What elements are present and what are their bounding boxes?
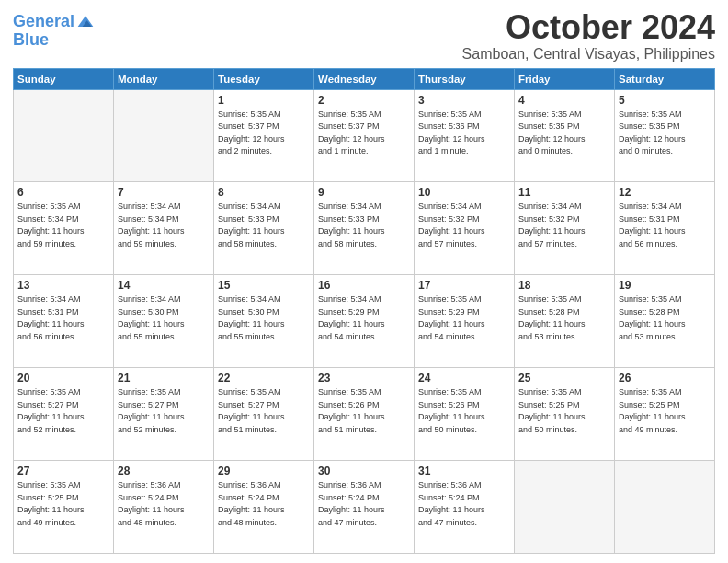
calendar-cell: 7Sunrise: 5:34 AM Sunset: 5:34 PM Daylig…	[114, 182, 214, 275]
week-row-4: 20Sunrise: 5:35 AM Sunset: 5:27 PM Dayli…	[14, 368, 715, 461]
day-info: Sunrise: 5:35 AM Sunset: 5:35 PM Dayligh…	[619, 109, 711, 158]
calendar-cell: 11Sunrise: 5:34 AM Sunset: 5:32 PM Dayli…	[515, 182, 615, 275]
day-info: Sunrise: 5:34 AM Sunset: 5:29 PM Dayligh…	[318, 293, 410, 343]
calendar-cell: 15Sunrise: 5:34 AM Sunset: 5:30 PM Dayli…	[214, 275, 314, 368]
week-row-2: 6Sunrise: 5:35 AM Sunset: 5:34 PM Daylig…	[14, 182, 715, 275]
day-info: Sunrise: 5:35 AM Sunset: 5:25 PM Dayligh…	[518, 386, 610, 436]
day-number: 13	[17, 279, 109, 292]
day-number: 5	[619, 94, 711, 107]
calendar-header-saturday: Saturday	[615, 68, 715, 89]
day-info: Sunrise: 5:35 AM Sunset: 5:27 PM Dayligh…	[17, 386, 109, 436]
day-info: Sunrise: 5:34 AM Sunset: 5:33 PM Dayligh…	[218, 201, 310, 250]
day-number: 24	[418, 372, 510, 385]
day-number: 18	[518, 279, 610, 292]
calendar-cell: 24Sunrise: 5:35 AM Sunset: 5:26 PM Dayli…	[415, 368, 515, 461]
day-number: 17	[418, 279, 510, 292]
day-number: 19	[619, 279, 711, 292]
calendar-cell: 16Sunrise: 5:34 AM Sunset: 5:29 PM Dayli…	[314, 275, 415, 368]
day-number: 15	[218, 279, 310, 292]
day-number: 7	[118, 186, 210, 199]
logo-subtext: Blue	[13, 31, 95, 50]
day-info: Sunrise: 5:34 AM Sunset: 5:30 PM Dayligh…	[218, 293, 310, 343]
day-number: 29	[218, 465, 310, 477]
day-number: 10	[418, 186, 510, 199]
location-title: Samboan, Central Visayas, Philippines	[462, 46, 715, 63]
calendar-cell: 19Sunrise: 5:35 AM Sunset: 5:28 PM Dayli…	[615, 275, 715, 368]
day-info: Sunrise: 5:35 AM Sunset: 5:37 PM Dayligh…	[218, 109, 310, 158]
day-info: Sunrise: 5:35 AM Sunset: 5:29 PM Dayligh…	[418, 293, 510, 343]
title-section: October 2024 Samboan, Central Visayas, P…	[462, 9, 715, 63]
calendar-cell: 22Sunrise: 5:35 AM Sunset: 5:27 PM Dayli…	[214, 368, 314, 461]
day-number: 30	[318, 465, 410, 477]
page: General Blue October 2024 Samboan, Centr…	[0, 0, 728, 563]
day-number: 26	[619, 372, 711, 385]
calendar-cell: 29Sunrise: 5:36 AM Sunset: 5:24 PM Dayli…	[214, 461, 314, 554]
calendar-cell: 21Sunrise: 5:35 AM Sunset: 5:27 PM Dayli…	[114, 368, 214, 461]
day-info: Sunrise: 5:35 AM Sunset: 5:27 PM Dayligh…	[118, 386, 210, 436]
day-number: 8	[218, 186, 310, 199]
calendar-table: SundayMondayTuesdayWednesdayThursdayFrid…	[13, 68, 715, 554]
day-info: Sunrise: 5:35 AM Sunset: 5:26 PM Dayligh…	[418, 386, 510, 436]
day-info: Sunrise: 5:35 AM Sunset: 5:27 PM Dayligh…	[218, 386, 310, 436]
day-number: 28	[118, 465, 210, 477]
calendar-cell	[515, 461, 615, 554]
logo-text: General	[13, 13, 74, 31]
day-info: Sunrise: 5:36 AM Sunset: 5:24 PM Dayligh…	[218, 479, 310, 529]
calendar-cell: 5Sunrise: 5:35 AM Sunset: 5:35 PM Daylig…	[615, 89, 715, 182]
calendar-header-row: SundayMondayTuesdayWednesdayThursdayFrid…	[14, 68, 715, 89]
calendar-cell: 27Sunrise: 5:35 AM Sunset: 5:25 PM Dayli…	[14, 461, 114, 554]
day-number: 3	[418, 94, 510, 107]
day-number: 22	[218, 372, 310, 385]
calendar-cell: 6Sunrise: 5:35 AM Sunset: 5:34 PM Daylig…	[14, 182, 114, 275]
calendar-header-tuesday: Tuesday	[214, 68, 314, 89]
calendar-cell: 1Sunrise: 5:35 AM Sunset: 5:37 PM Daylig…	[214, 89, 314, 182]
day-number: 31	[418, 465, 510, 477]
day-info: Sunrise: 5:36 AM Sunset: 5:24 PM Dayligh…	[118, 479, 210, 529]
day-number: 23	[318, 372, 410, 385]
calendar-cell	[114, 89, 214, 182]
calendar-cell: 23Sunrise: 5:35 AM Sunset: 5:26 PM Dayli…	[314, 368, 415, 461]
calendar-cell	[14, 89, 114, 182]
logo-icon	[76, 13, 95, 31]
day-info: Sunrise: 5:34 AM Sunset: 5:30 PM Dayligh…	[118, 293, 210, 343]
day-number: 1	[218, 94, 310, 107]
calendar-cell: 12Sunrise: 5:34 AM Sunset: 5:31 PM Dayli…	[615, 182, 715, 275]
day-info: Sunrise: 5:36 AM Sunset: 5:24 PM Dayligh…	[418, 479, 510, 529]
day-info: Sunrise: 5:34 AM Sunset: 5:31 PM Dayligh…	[17, 293, 109, 343]
day-number: 9	[318, 186, 410, 199]
day-info: Sunrise: 5:35 AM Sunset: 5:34 PM Dayligh…	[17, 201, 109, 250]
calendar-cell: 26Sunrise: 5:35 AM Sunset: 5:25 PM Dayli…	[615, 368, 715, 461]
day-info: Sunrise: 5:35 AM Sunset: 5:37 PM Dayligh…	[318, 109, 410, 158]
day-number: 25	[518, 372, 610, 385]
week-row-3: 13Sunrise: 5:34 AM Sunset: 5:31 PM Dayli…	[14, 275, 715, 368]
calendar-header-friday: Friday	[515, 68, 615, 89]
day-info: Sunrise: 5:34 AM Sunset: 5:32 PM Dayligh…	[518, 201, 610, 250]
day-info: Sunrise: 5:36 AM Sunset: 5:24 PM Dayligh…	[318, 479, 410, 529]
day-info: Sunrise: 5:34 AM Sunset: 5:32 PM Dayligh…	[418, 201, 510, 250]
day-info: Sunrise: 5:34 AM Sunset: 5:33 PM Dayligh…	[318, 201, 410, 250]
day-info: Sunrise: 5:35 AM Sunset: 5:35 PM Dayligh…	[518, 109, 610, 158]
calendar-cell: 4Sunrise: 5:35 AM Sunset: 5:35 PM Daylig…	[515, 89, 615, 182]
day-info: Sunrise: 5:34 AM Sunset: 5:31 PM Dayligh…	[619, 201, 711, 250]
calendar-cell: 3Sunrise: 5:35 AM Sunset: 5:36 PM Daylig…	[415, 89, 515, 182]
calendar-header-wednesday: Wednesday	[314, 68, 415, 89]
calendar-cell: 17Sunrise: 5:35 AM Sunset: 5:29 PM Dayli…	[415, 275, 515, 368]
calendar-cell: 25Sunrise: 5:35 AM Sunset: 5:25 PM Dayli…	[515, 368, 615, 461]
day-info: Sunrise: 5:35 AM Sunset: 5:25 PM Dayligh…	[619, 386, 711, 436]
calendar-cell: 2Sunrise: 5:35 AM Sunset: 5:37 PM Daylig…	[314, 89, 415, 182]
day-number: 20	[17, 372, 109, 385]
calendar-header-monday: Monday	[114, 68, 214, 89]
calendar-cell: 31Sunrise: 5:36 AM Sunset: 5:24 PM Dayli…	[415, 461, 515, 554]
day-number: 4	[518, 94, 610, 107]
calendar-cell: 30Sunrise: 5:36 AM Sunset: 5:24 PM Dayli…	[314, 461, 415, 554]
day-number: 27	[17, 465, 109, 477]
day-number: 11	[518, 186, 610, 199]
day-number: 21	[118, 372, 210, 385]
day-number: 12	[619, 186, 711, 199]
calendar-cell: 18Sunrise: 5:35 AM Sunset: 5:28 PM Dayli…	[515, 275, 615, 368]
day-info: Sunrise: 5:35 AM Sunset: 5:26 PM Dayligh…	[318, 386, 410, 436]
calendar-cell: 20Sunrise: 5:35 AM Sunset: 5:27 PM Dayli…	[14, 368, 114, 461]
calendar-cell: 28Sunrise: 5:36 AM Sunset: 5:24 PM Dayli…	[114, 461, 214, 554]
day-info: Sunrise: 5:35 AM Sunset: 5:28 PM Dayligh…	[619, 293, 711, 343]
month-title: October 2024	[462, 9, 715, 46]
